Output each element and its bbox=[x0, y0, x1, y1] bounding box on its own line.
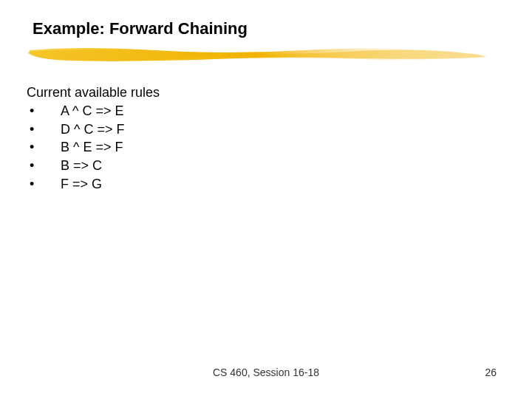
list-item: • A ^ C => E bbox=[27, 102, 160, 120]
title-underline bbox=[22, 40, 495, 69]
rules-list: • A ^ C => E • D ^ C => F • B ^ E => F •… bbox=[27, 102, 160, 194]
content-block: Current available rules • A ^ C => E • D… bbox=[27, 83, 160, 194]
rule-text: A ^ C => E bbox=[61, 102, 124, 120]
footer-text: CS 460, Session 16-18 bbox=[0, 366, 532, 378]
rule-text: B ^ E => F bbox=[61, 138, 123, 157]
page-number: 26 bbox=[485, 366, 497, 378]
list-item: • D ^ C => F bbox=[27, 120, 160, 139]
bullet-icon: • bbox=[27, 102, 61, 120]
bullet-icon: • bbox=[27, 175, 61, 194]
slide: Example: Forward Chaining Current availa… bbox=[0, 0, 532, 399]
list-item: • B => C bbox=[27, 157, 160, 175]
list-item: • F => G bbox=[27, 175, 160, 194]
rule-text: B => C bbox=[61, 157, 102, 175]
bullet-icon: • bbox=[27, 157, 61, 175]
slide-title: Example: Forward Chaining bbox=[33, 19, 248, 38]
list-item: • B ^ E => F bbox=[27, 138, 160, 157]
rules-heading: Current available rules bbox=[27, 83, 160, 102]
rule-text: D ^ C => F bbox=[61, 120, 124, 139]
bullet-icon: • bbox=[27, 138, 61, 157]
rule-text: F => G bbox=[61, 175, 102, 194]
bullet-icon: • bbox=[27, 120, 61, 139]
